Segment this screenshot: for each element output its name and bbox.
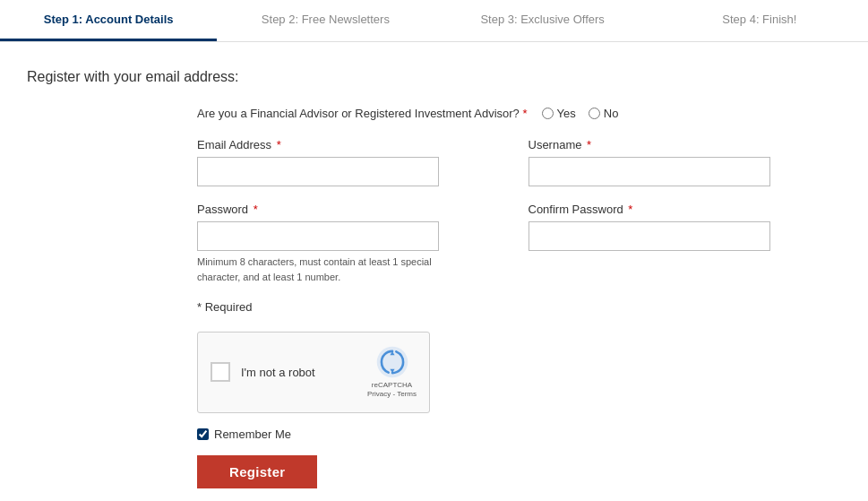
- register-button[interactable]: Register: [197, 455, 317, 488]
- password-field-group: Password * Minimum 8 characters, must co…: [197, 203, 511, 284]
- remember-me-row: Remember Me: [197, 428, 841, 441]
- recaptcha-left: I'm not a robot: [211, 362, 315, 382]
- yes-radio-label[interactable]: Yes: [542, 107, 576, 120]
- confirm-password-label: Confirm Password *: [529, 203, 842, 216]
- page-title: Register with your email address:: [27, 69, 841, 85]
- required-note: * Required: [197, 300, 841, 314]
- no-radio-label[interactable]: No: [589, 107, 619, 120]
- password-hint: Minimum 8 characters, must contain at le…: [197, 255, 439, 284]
- advisor-question-text: Are you a Financial Advisor or Registere…: [197, 107, 528, 120]
- password-row: Password * Minimum 8 characters, must co…: [197, 203, 841, 284]
- advisor-question-row: Are you a Financial Advisor or Registere…: [197, 107, 841, 120]
- email-input[interactable]: [197, 157, 439, 186]
- remember-me-label: Remember Me: [214, 428, 291, 441]
- steps-bar: Step 1: Account Details Step 2: Free New…: [0, 0, 868, 42]
- recaptcha-branding: reCAPTCHA Privacy - Terms: [367, 381, 417, 400]
- registration-form: Are you a Financial Advisor or Registere…: [197, 107, 841, 501]
- advisor-radio-group: Yes No: [542, 107, 619, 120]
- advisor-no-radio[interactable]: [589, 108, 600, 119]
- advisor-required-star: *: [522, 107, 527, 120]
- email-field-group: Email Address *: [197, 138, 511, 186]
- recaptcha-checkbox[interactable]: [211, 362, 230, 382]
- step-2[interactable]: Step 2: Free Newsletters: [217, 0, 434, 41]
- password-label: Password *: [197, 203, 511, 216]
- step-1-label: Step 1: Account Details: [44, 13, 174, 26]
- yes-label-text: Yes: [557, 107, 576, 120]
- step-4[interactable]: Step 4: Finish!: [651, 0, 868, 41]
- confirm-password-field-group: Confirm Password *: [529, 203, 842, 284]
- remember-me-checkbox[interactable]: [197, 428, 209, 440]
- step-1[interactable]: Step 1: Account Details: [0, 0, 217, 41]
- recaptcha-right: reCAPTCHA Privacy - Terms: [367, 345, 417, 400]
- step-3-label: Step 3: Exclusive Offers: [480, 13, 605, 26]
- step-3[interactable]: Step 3: Exclusive Offers: [434, 0, 651, 41]
- page-content: Register with your email address: Are yo…: [0, 42, 868, 501]
- confirm-password-input[interactable]: [529, 221, 770, 251]
- advisor-yes-radio[interactable]: [542, 108, 554, 119]
- step-2-label: Step 2: Free Newsletters: [262, 13, 390, 26]
- username-field-group: Username *: [529, 138, 842, 186]
- email-label: Email Address *: [197, 138, 511, 151]
- recaptcha-box[interactable]: I'm not a robot reCAPTCHA Privacy - Term…: [197, 332, 430, 413]
- password-input[interactable]: [197, 221, 439, 251]
- recaptcha-logo-icon: [375, 345, 409, 379]
- username-input[interactable]: [529, 157, 770, 186]
- recaptcha-label: I'm not a robot: [241, 366, 315, 379]
- username-label: Username *: [529, 138, 842, 151]
- email-username-row: Email Address * Username *: [197, 138, 841, 186]
- no-label-text: No: [604, 107, 619, 120]
- step-4-label: Step 4: Finish!: [722, 13, 796, 26]
